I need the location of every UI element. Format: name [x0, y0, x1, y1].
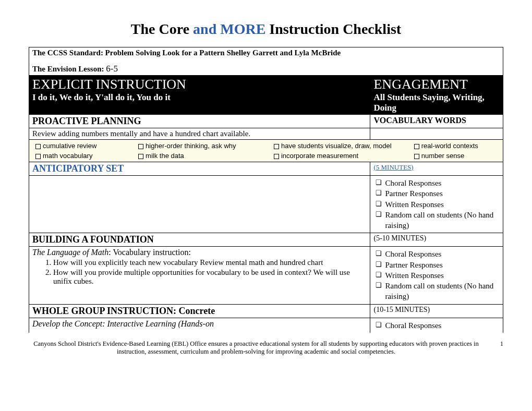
proactive-text: Review adding numbers mentally and have …	[29, 128, 370, 140]
cb-cumulative[interactable]: cumulative review	[35, 142, 96, 150]
wholegroup-time: (10-15 MINUTES)	[370, 304, 503, 318]
wholegroup-responses: Choral Responses	[373, 320, 500, 331]
checklist-table: The CCSS Standard: Problem Solving Look …	[29, 47, 503, 333]
foundation-q2: How will you provide multiple opportunit…	[53, 268, 367, 286]
resp-choral-3[interactable]: Choral Responses	[373, 320, 500, 331]
resp-choral-2[interactable]: Choral Responses	[373, 249, 500, 259]
anticipatory-responses: Choral Responses Partner Responses Writt…	[373, 178, 500, 231]
cb-measure[interactable]: incorporate measurement	[274, 152, 358, 160]
foundation-lead: The Language of Math	[32, 248, 108, 257]
anticipatory-time: (5 MINUTES)	[373, 163, 413, 171]
resp-written[interactable]: Written Responses	[373, 199, 500, 210]
title-p3: Instruction Checklist	[269, 21, 401, 37]
foundation-responses: Choral Responses Partner Responses Writt…	[373, 249, 500, 301]
cb-realworld[interactable]: real-world contexts	[414, 142, 478, 150]
resp-choral[interactable]: Choral Responses	[373, 178, 500, 188]
engagement-header: ENGAGEMENT All Students Saying, Writing,…	[370, 76, 503, 115]
proactive-title: PROACTIVE PLANNING	[32, 116, 141, 126]
cb-numsense[interactable]: number sense	[414, 152, 464, 160]
lesson-num: 6-5	[106, 64, 118, 74]
foundation-lead2: : Vocabulary instruction:	[108, 248, 191, 257]
resp-partner-2[interactable]: Partner Responses	[373, 260, 500, 270]
cb-milk[interactable]: milk the data	[138, 152, 184, 160]
lesson-label: The Envision Lesson:	[32, 65, 106, 73]
resp-written-2[interactable]: Written Responses	[373, 270, 500, 281]
checkbox-strip: cumulative review higher-order thinking,…	[29, 140, 503, 162]
foundation-q1: How will you explicitly teach new vocabu…	[53, 258, 367, 267]
explicit-sub: I do it, We do it, Y'all do it, You do i…	[32, 92, 367, 103]
anticipatory-body	[29, 176, 370, 233]
page-number: 1	[493, 340, 503, 356]
wholegroup-sub: Develop the Concept: Interactive Learnin…	[32, 319, 214, 328]
resp-random[interactable]: Random call on students (No hand raising…	[373, 210, 500, 231]
foundation-title: BUILDING A FOUNDATION	[32, 234, 154, 245]
foundation-body: The Language of Math: Vocabulary instruc…	[29, 247, 370, 304]
resp-random-2[interactable]: Random call on students (No hand raising…	[373, 281, 500, 302]
engagement-heading: ENGAGEMENT	[373, 77, 500, 92]
vocab-title: VOCABULARY WORDS	[373, 116, 466, 125]
title-p1: The Core	[131, 21, 193, 37]
vocab-cell	[370, 128, 503, 140]
explicit-header: EXPLICIT INSTRUCTION I do it, We do it, …	[29, 76, 370, 115]
wholegroup-title: WHOLE GROUP INSTRUCTION: Concrete	[32, 306, 215, 316]
resp-partner[interactable]: Partner Responses	[373, 188, 500, 199]
page-title: The Core and MORE Instruction Checklist	[29, 21, 503, 38]
cb-visualize[interactable]: have students visualize, draw, model	[274, 142, 392, 150]
anticipatory-title: ANTICIPATORY SET	[32, 163, 124, 174]
footer: Canyons School District's Evidence-Based…	[29, 340, 503, 356]
foundation-time: (5-10 MINUTES)	[370, 233, 503, 247]
footer-text: Canyons School District's Evidence-Based…	[29, 340, 483, 356]
explicit-heading: EXPLICIT INSTRUCTION	[32, 77, 367, 92]
title-p2: and MORE	[193, 21, 269, 37]
engagement-sub: All Students Saying, Writing, Doing	[373, 92, 500, 113]
cb-higher-order[interactable]: higher-order thinking, ask why	[138, 142, 236, 150]
cb-vocab[interactable]: math vocabulary	[35, 152, 92, 160]
standard-text: The CCSS Standard: Problem Solving Look …	[32, 49, 500, 57]
